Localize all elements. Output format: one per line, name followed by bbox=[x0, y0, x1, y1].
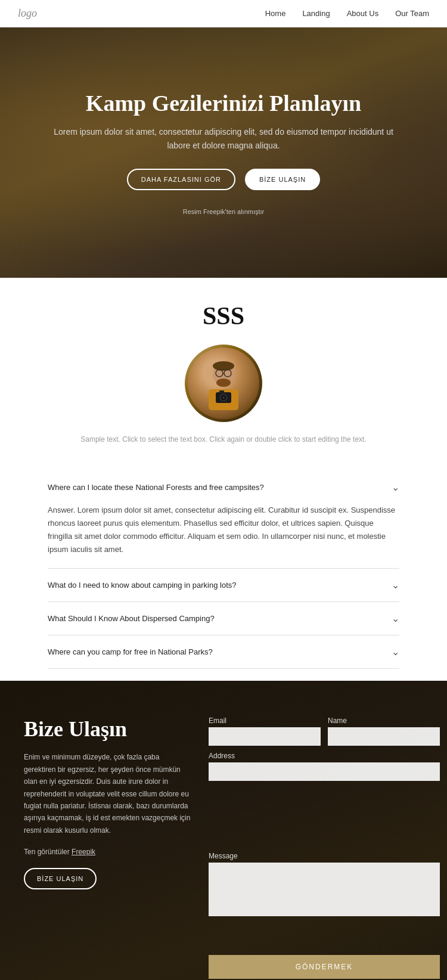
sss-title: SSS bbox=[18, 302, 429, 330]
address-group: Address bbox=[209, 752, 440, 846]
address-field[interactable] bbox=[209, 762, 440, 781]
form-row-1: Email Name bbox=[209, 717, 440, 746]
hero-title: Kamp Gezilerinizi Planlayın bbox=[48, 90, 399, 117]
faq-chevron-1-icon: ⌄ bbox=[392, 482, 399, 493]
nav-team[interactable]: Our Team bbox=[395, 9, 429, 18]
svg-point-2 bbox=[216, 379, 231, 387]
svg-rect-11 bbox=[219, 390, 224, 393]
hero-content: Kamp Gezilerinizi Planlayın Lorem ipsum … bbox=[0, 90, 447, 208]
faq-question-1-text: Where can I locate these National Forest… bbox=[48, 483, 264, 492]
faq-question-1[interactable]: Where can I locate these National Forest… bbox=[48, 471, 399, 504]
hero-buttons: DAHA FAZLASINI GÖR BİZE ULAŞIN bbox=[48, 169, 399, 190]
message-label: Message bbox=[209, 852, 440, 860]
faq-chevron-2-icon: ⌄ bbox=[392, 579, 399, 591]
contact-button[interactable]: BİZE ULAŞIN bbox=[24, 868, 97, 889]
nav-about[interactable]: About Us bbox=[347, 9, 378, 18]
faq-section: Where can I locate these National Forest… bbox=[0, 471, 447, 681]
faq-question-3[interactable]: What Should I Know About Dispersed Campi… bbox=[48, 602, 399, 635]
contact-description: Enim ve minimum düzeyde, çok fazla çaba … bbox=[24, 751, 191, 836]
hero-subtitle: Lorem ipsum dolor sit amet, consectetur … bbox=[48, 125, 399, 152]
hero-credit: Resim Freepik'ten alınmıştır bbox=[183, 208, 265, 215]
name-label: Name bbox=[328, 717, 440, 725]
message-field[interactable] bbox=[209, 863, 440, 916]
nav-links: Home Landing About Us Our Team bbox=[265, 9, 429, 18]
faq-item-2: What do I need to know about camping in … bbox=[48, 569, 399, 602]
faq-question-2[interactable]: What do I need to know about camping in … bbox=[48, 569, 399, 601]
name-field[interactable] bbox=[328, 727, 440, 746]
message-group: Message bbox=[209, 852, 440, 946]
faq-question-4-text: Where can you camp for free in National … bbox=[48, 647, 213, 656]
email-group: Email bbox=[209, 717, 321, 746]
hero-section: Kamp Gezilerinizi Planlayın Lorem ipsum … bbox=[0, 27, 447, 278]
nav-landing[interactable]: Landing bbox=[302, 9, 330, 18]
contact-credit: Ten görüntüler Freepik bbox=[24, 846, 191, 858]
address-label: Address bbox=[209, 752, 440, 760]
avatar-image bbox=[188, 348, 259, 419]
faq-question-4[interactable]: Where can you camp for free in National … bbox=[48, 635, 399, 668]
avatar bbox=[185, 345, 262, 422]
contact-left-panel: Bize Ulaşın Enim ve minimum düzeyde, çok… bbox=[24, 717, 191, 979]
faq-question-3-text: What Should I Know About Dispersed Campi… bbox=[48, 614, 215, 623]
contact-button-hero[interactable]: BİZE ULAŞIN bbox=[245, 169, 320, 190]
faq-question-2-text: What do I need to know about camping in … bbox=[48, 581, 237, 590]
faq-item-3: What Should I Know About Dispersed Campi… bbox=[48, 602, 399, 635]
faq-item-1: Where can I locate these National Forest… bbox=[48, 471, 399, 569]
contact-title: Bize Ulaşın bbox=[24, 717, 191, 742]
contact-credit-text: Ten görüntüler bbox=[24, 848, 70, 856]
nav-home[interactable]: Home bbox=[265, 9, 286, 18]
faq-chevron-3-icon: ⌄ bbox=[392, 613, 399, 624]
contact-form: Email Name Address Message GÖNDERMEK bbox=[209, 717, 440, 979]
faq-chevron-4-icon: ⌄ bbox=[392, 646, 399, 658]
person-with-camera-icon bbox=[197, 356, 250, 410]
learn-more-button[interactable]: DAHA FAZLASINI GÖR bbox=[127, 169, 235, 190]
email-label: Email bbox=[209, 717, 321, 725]
logo: logo bbox=[18, 7, 37, 20]
sss-section: SSS bbox=[0, 278, 447, 471]
contact-section: Bize Ulaşın Enim ve minimum düzeyde, çok… bbox=[0, 681, 447, 980]
svg-point-10 bbox=[222, 396, 225, 399]
faq-item-4: Where can you camp for free in National … bbox=[48, 635, 399, 669]
submit-button[interactable]: GÖNDERMEK bbox=[209, 955, 440, 979]
email-field[interactable] bbox=[209, 727, 321, 746]
svg-point-1 bbox=[213, 361, 234, 371]
sss-sample-text: Sample text. Click to select the text bo… bbox=[18, 434, 429, 445]
contact-credit-link[interactable]: Freepik bbox=[72, 848, 95, 856]
name-group: Name bbox=[328, 717, 440, 746]
navbar: logo Home Landing About Us Our Team bbox=[0, 0, 447, 27]
faq-answer-1: Answer. Lorem ipsum dolor sit amet, cons… bbox=[48, 504, 399, 568]
